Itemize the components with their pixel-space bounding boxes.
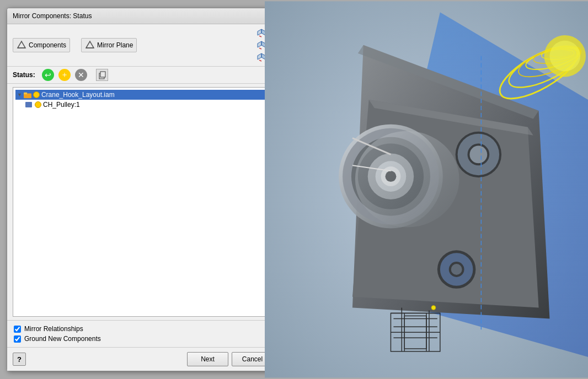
components-button[interactable]: Components (13, 38, 70, 52)
svg-line-12 (259, 60, 261, 61)
dialog-title: Mirror Components: Status (13, 12, 92, 20)
svg-point-27 (469, 146, 487, 164)
component-icon-ch-pulley (25, 101, 33, 109)
ground-new-components-row[interactable]: Ground New Components (14, 334, 297, 344)
main-container: Mirror Components: Status ✕ Components (0, 0, 588, 379)
checkboxes-section: Mirror Relationships Ground New Componen… (7, 320, 304, 347)
components-label: Components (29, 41, 66, 49)
svg-rect-14 (100, 72, 105, 77)
tree-item-root[interactable]: ▼ Crane_Hook_Layout.iam (15, 90, 296, 100)
help-button[interactable]: ? (13, 353, 26, 366)
svg-line-9 (259, 48, 261, 49)
viewport-canvas (265, 0, 588, 379)
mirror-plane-label: Mirror Plane (97, 41, 133, 49)
next-button[interactable]: Next (187, 352, 228, 366)
svg-marker-11 (258, 53, 261, 59)
title-bar: Mirror Components: Status ✕ (7, 8, 304, 24)
tree-item-ch-pulley-label: CH_Pulley:1 (43, 101, 80, 109)
components-icon (17, 40, 26, 50)
status-dot-ch-pulley (35, 101, 41, 108)
tree-item-ch-pulley[interactable]: CH_Pulley:1 (15, 100, 296, 110)
expand-arrow-root: ▼ (17, 92, 22, 98)
status-gray-icon[interactable]: ✕ (75, 69, 87, 81)
mirror-relationships-label: Mirror Relationships (24, 325, 83, 333)
status-yellow-icon[interactable]: ＋ (58, 69, 71, 81)
folder-icon-root (24, 91, 31, 99)
mirror-plane-icon (85, 40, 95, 50)
svg-marker-0 (18, 41, 25, 48)
copy-icon[interactable] (96, 69, 108, 81)
mirror-relationships-row[interactable]: Mirror Relationships (14, 324, 297, 334)
tree-area[interactable]: ▼ Crane_Hook_Layout.iam CH (13, 87, 298, 317)
status-green-icon[interactable]: ↩ (42, 69, 54, 81)
svg-marker-8 (258, 41, 261, 47)
svg-point-31 (451, 264, 462, 275)
toolbar-row: Components Mirror Plane (7, 24, 304, 67)
ground-new-components-checkbox[interactable] (14, 335, 21, 343)
status-label: Status: (13, 71, 35, 79)
ground-new-components-label: Ground New Components (24, 335, 101, 343)
status-row: Status: ↩ ＋ ✕ (7, 67, 304, 84)
bottom-buttons: ? Next Cancel >> (7, 347, 304, 371)
status-dot-root (33, 91, 40, 98)
dialog-panel: Mirror Components: Status ✕ Components (7, 8, 304, 371)
svg-rect-17 (25, 102, 32, 107)
tree-item-root-label: Crane_Hook_Layout.iam (41, 91, 115, 99)
svg-marker-2 (86, 41, 94, 48)
mirror-plane-button[interactable]: Mirror Plane (81, 38, 137, 52)
svg-point-62 (431, 306, 436, 310)
viewport (265, 0, 588, 379)
svg-line-6 (259, 36, 261, 37)
svg-point-49 (549, 41, 580, 72)
mirror-relationships-checkbox[interactable] (14, 326, 21, 333)
svg-marker-5 (258, 29, 261, 35)
svg-rect-16 (24, 93, 27, 95)
